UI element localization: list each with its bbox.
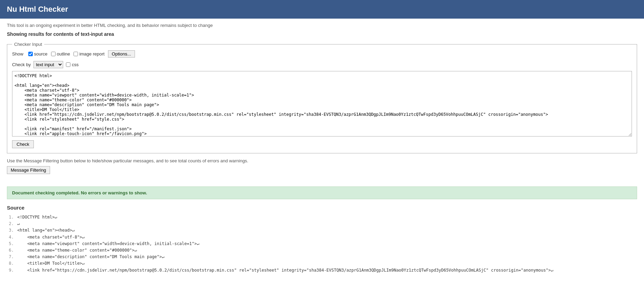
options-button[interactable]: Options... <box>108 50 135 58</box>
line-content: ↵ <box>17 221 20 227</box>
check-by-row: Check by text input address file upload … <box>12 61 632 68</box>
success-banner: Document checking completed. No errors o… <box>7 186 637 199</box>
source-section: Source 1.<!DOCTYPE html>↵2.↵3.<html lang… <box>7 205 637 274</box>
css-checkbox[interactable] <box>66 62 70 67</box>
line-content: <title>DM Tool</title>↵ <box>17 260 85 267</box>
line-number: 1. <box>7 214 17 221</box>
source-code-block: 1.<!DOCTYPE html>↵2.↵3.<html lang="en"><… <box>7 214 637 274</box>
line-content: <meta name="viewport" content="width=dev… <box>17 241 199 247</box>
image-report-checkbox-label[interactable]: image report <box>74 51 105 57</box>
html-source-textarea[interactable]: <!DOCTYPE html> <html lang="en"><head> <… <box>12 71 632 136</box>
showing-results-text: Showing results for contents of text-inp… <box>7 31 637 37</box>
source-heading: Source <box>7 205 637 211</box>
source-line: 1.<!DOCTYPE html>↵ <box>7 214 637 221</box>
source-line: 3.<html lang="en"><head>↵ <box>7 227 637 234</box>
main-content: This tool is an ongoing experiment in be… <box>0 19 644 278</box>
css-label: css <box>72 62 79 67</box>
line-number: 5. <box>7 241 17 247</box>
message-filter-text: Use the Message Filtering button below t… <box>7 158 637 163</box>
success-message: Document checking completed. No errors o… <box>12 190 147 195</box>
line-number: 8. <box>7 260 17 267</box>
line-content: <!DOCTYPE html>↵ <box>17 214 57 221</box>
source-line: 6. <meta name="theme-color" content="#00… <box>7 247 637 254</box>
message-filtering-button[interactable]: Message Filtering <box>7 166 50 174</box>
page-title: Nu Html Checker <box>7 5 637 14</box>
outline-label: outline <box>57 51 70 57</box>
check-button[interactable]: Check <box>12 140 34 148</box>
line-number: 2. <box>7 221 17 227</box>
line-number: 7. <box>7 254 17 260</box>
show-label: Show <box>12 51 23 57</box>
source-line: 7. <meta name="description" content="DM … <box>7 254 637 260</box>
source-line: 9. <link href="https://cdn.jsdelivr.net/… <box>7 267 637 274</box>
image-report-checkbox[interactable] <box>74 52 78 56</box>
line-content: <meta name="theme-color" content="#00000… <box>17 247 137 254</box>
check-by-label: Check by <box>12 62 31 67</box>
line-content: <meta name="description" content="DM Too… <box>17 254 164 260</box>
line-content: <meta charset="utf-8">↵ <box>17 234 85 241</box>
line-content: <html lang="en"><head>↵ <box>17 227 75 234</box>
line-number: 6. <box>7 247 17 254</box>
line-number: 3. <box>7 227 17 234</box>
source-checkbox[interactable] <box>28 52 33 56</box>
source-line: 2.↵ <box>7 221 637 227</box>
source-line: 5. <meta name="viewport" content="width=… <box>7 241 637 247</box>
checker-input-fieldset: Checker Input Show source outline image … <box>7 42 637 153</box>
line-number: 9. <box>7 267 17 274</box>
header: Nu Html Checker <box>0 0 644 19</box>
source-label: source <box>34 51 48 57</box>
image-report-label: image report <box>79 51 105 57</box>
source-checkbox-label[interactable]: source <box>28 51 48 57</box>
check-by-select[interactable]: text input address file upload <box>33 61 63 68</box>
outline-checkbox-label[interactable]: outline <box>51 51 70 57</box>
show-row: Show source outline image report Options… <box>12 50 632 58</box>
subtitle-text: This tool is an ongoing experiment in be… <box>7 23 637 28</box>
css-checkbox-label[interactable]: css <box>66 62 79 67</box>
source-line: 4. <meta charset="utf-8">↵ <box>7 234 637 241</box>
checker-input-legend: Checker Input <box>12 42 44 47</box>
source-line: 8. <title>DM Tool</title>↵ <box>7 260 637 267</box>
message-filtering-section: Use the Message Filtering button below t… <box>7 158 637 174</box>
outline-checkbox[interactable] <box>51 52 56 56</box>
line-number: 4. <box>7 234 17 241</box>
line-content: <link href="https://cdn.jsdelivr.net/npm… <box>17 267 553 274</box>
